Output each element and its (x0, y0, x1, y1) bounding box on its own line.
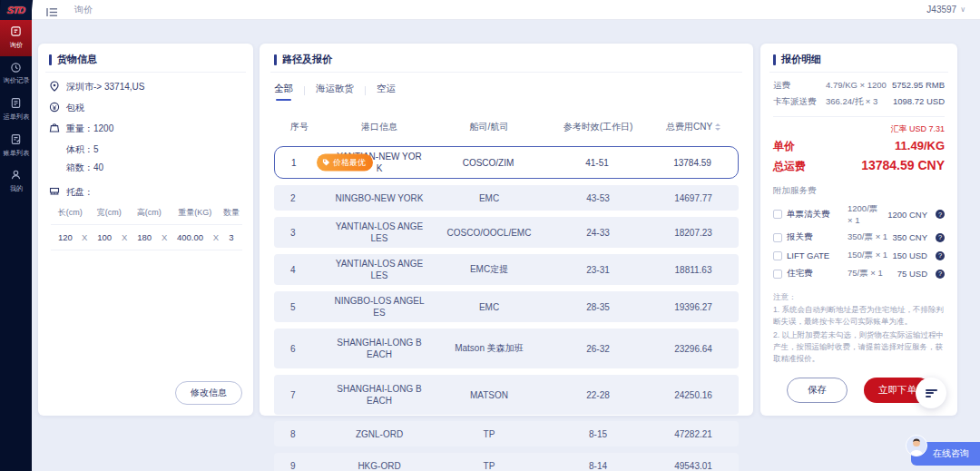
addon-amount: 150 USD (892, 250, 927, 260)
route-row[interactable]: 6SHANGHAI-LONG BEACHMatson 美森加班26-322329… (274, 329, 739, 368)
route-carrier: EMC定提 (430, 263, 548, 276)
route-row[interactable]: 8ZGNL-ORDTP8-1547282.21 (274, 421, 739, 446)
sidebar-item-inquiry-history[interactable]: 询价记录 (0, 56, 32, 93)
route-row[interactable]: 2NINGBO-NEW YORKEMC43-5314697.77 (274, 185, 739, 211)
fee-label: 运费 (773, 80, 826, 92)
route-tabs: 全部海运散货空运 (274, 80, 739, 101)
tax-line: 包税 (49, 102, 242, 114)
note-line: 1. 系统会自动判断地址是否为住宅地址，不排除判断失误，最终按卡车公司实际账单为… (773, 304, 945, 328)
chevron-down-icon: ∨ (960, 5, 965, 14)
tax-included-icon (49, 102, 60, 113)
sidebar-item-inquiry[interactable]: 询价 (0, 20, 32, 56)
weight-label: 重量： (66, 123, 93, 133)
sort-icon[interactable] (715, 121, 720, 133)
route-no: 6 (274, 344, 328, 354)
times-separator: X (160, 232, 169, 242)
online-chat-button[interactable]: 在线咨询 (911, 442, 980, 466)
addon-amount: 350 CNY (892, 232, 927, 242)
user-menu[interactable]: J43597 ∨ (926, 5, 965, 15)
info-icon[interactable]: ? (936, 251, 945, 260)
route-port: NINGBO-NEW YORK (328, 189, 430, 208)
route-no: 3 (274, 228, 328, 238)
route-cost: 18207.23 (648, 228, 739, 238)
exchange-rate: 汇率 USD 7.31 (773, 123, 945, 135)
save-button[interactable]: 保存 (787, 378, 848, 403)
addon-checkbox[interactable] (773, 270, 782, 279)
agent-avatar (906, 435, 927, 456)
route-row[interactable]: 4YANTIAN-LOS ANGELESEMC定提23-3118811.63 (274, 254, 739, 285)
pallet-col-header: 高(cm) (129, 207, 169, 219)
tax-text: 包税 (66, 102, 84, 114)
route-days: 8-14 (548, 461, 648, 471)
location-pin-icon (49, 81, 60, 92)
pallet-cell: 120 (51, 232, 80, 242)
routes-quotes-panel: 路径及报价 全部海运散货空运 序号 港口信息 船司/航司 参考时效(工作日) 总… (260, 44, 753, 416)
cargo-panel-title: 货物信息 (57, 53, 97, 66)
route-carrier: COSCO/OOCL/EMC (430, 228, 548, 238)
sidebar-item-label: 我的 (9, 186, 22, 193)
breadcrumb[interactable]: 询价 (74, 4, 93, 16)
cargo-info-panel: 货物信息 深圳市-> 33714,US 包税 重量：1200 体积：5 箱数：4… (38, 44, 253, 416)
addon-checkbox[interactable] (773, 233, 782, 242)
pallet-cell: 3 (220, 232, 242, 242)
route-port: SHANGHAI-LONG BEACH (328, 379, 430, 410)
route-no: 8 (274, 429, 328, 439)
route-text: 深圳市-> 33714,US (66, 81, 144, 93)
collapse-menu-icon[interactable] (46, 5, 58, 15)
quote-detail-panel: 报价明细 运费4.79/KG × 12005752.95 RMB卡车派送费366… (760, 44, 957, 416)
times-separator: X (211, 232, 220, 242)
pallet-cell: 400.00 (169, 232, 211, 242)
sort-lines-icon (926, 388, 937, 398)
notes-title: 注意： (773, 291, 945, 303)
tab-sea-lcl[interactable]: 海运散货 (316, 80, 354, 101)
route-row[interactable]: 1价格最优YANTIAN-NEW YORKCOSCO/ZIM41-5113784… (274, 146, 739, 179)
addon-calc: 150/票 × 1 (848, 250, 887, 261)
waybill-icon (10, 97, 22, 112)
addon-row: LIFT GATE150/票 × 1150 USD? (773, 250, 945, 261)
route-days: 26-32 (548, 344, 648, 354)
list-fab-button[interactable] (916, 378, 946, 408)
quote-icon (10, 25, 22, 40)
pallet-col-header: 数量 (220, 207, 242, 219)
notes: 注意： 1. 系统会自动判断地址是否为住宅地址，不排除判断失误，最终按卡车公司实… (773, 291, 945, 365)
addon-label: 住宅费 (787, 268, 843, 280)
info-icon[interactable]: ? (936, 233, 945, 242)
addon-checkbox[interactable] (773, 251, 782, 260)
sidebar-item-bill-list[interactable]: 账单列表 (0, 128, 32, 164)
tab-all[interactable]: 全部 (274, 80, 293, 101)
sidebar-item-waybill-list[interactable]: 运单列表 (0, 92, 32, 128)
boxes-value: 40 (93, 162, 103, 172)
best-price-badge: 价格最优 (317, 154, 373, 172)
route-carrier: TP (430, 461, 548, 471)
pallet-cell: 100 (89, 232, 120, 242)
boxes-label: 箱数： (66, 162, 93, 172)
sidebar-item-mine[interactable]: 我的 (0, 163, 32, 200)
route-carrier: MATSON (430, 390, 548, 400)
route-row[interactable]: 5NINGBO-LOS ANGELESEMC28-3519396.27 (274, 291, 739, 322)
addon-calc: 1200/票 × 1 (848, 203, 883, 225)
route-row[interactable]: 7SHANGHAI-LONG BEACHMATSON22-2824250.16 (274, 375, 739, 415)
info-icon[interactable]: ? (936, 270, 945, 279)
route-cost: 24250.16 (648, 390, 739, 400)
volume-value: 5 (93, 144, 99, 154)
route-carrier: EMC (430, 193, 548, 203)
addon-checkbox[interactable] (773, 210, 782, 219)
route-no: 2 (274, 193, 328, 203)
info-icon[interactable]: ? (936, 210, 945, 219)
addon-calc: 75/票 × 1 (848, 268, 893, 280)
note-line: 2. 以上附加费若未勾选，则货物在实际运输过程中产生，按照运输时收费，请提前选择… (773, 329, 945, 366)
pallet-table-header: 长(cm)宽(cm)高(cm)重量(KG)数量 (51, 207, 242, 219)
route-port: NINGBO-LOS ANGELES (328, 291, 430, 322)
route-cost: 47282.21 (648, 429, 739, 439)
col-port: 港口信息 (328, 117, 430, 137)
edit-cargo-button[interactable]: 修改信息 (175, 381, 242, 405)
route-row[interactable]: 3YANTIAN-LOS ANGELESCOSCO/OOCL/EMC24-331… (274, 217, 739, 248)
pallet-col-header: 宽(cm) (89, 207, 129, 219)
route-row[interactable]: 9HKG-ORDTP8-1449543.01 (274, 453, 739, 471)
tab-air[interactable]: 空运 (377, 80, 396, 101)
col-cost: 总费用CNY (666, 122, 712, 132)
app-logo: STD (0, 0, 33, 20)
addon-row: 单票清关费1200/票 × 11200 CNY? (773, 203, 945, 225)
fee-calc: 4.79/KG × 1200 (826, 80, 892, 90)
addon-label: LIFT GATE (787, 250, 843, 260)
